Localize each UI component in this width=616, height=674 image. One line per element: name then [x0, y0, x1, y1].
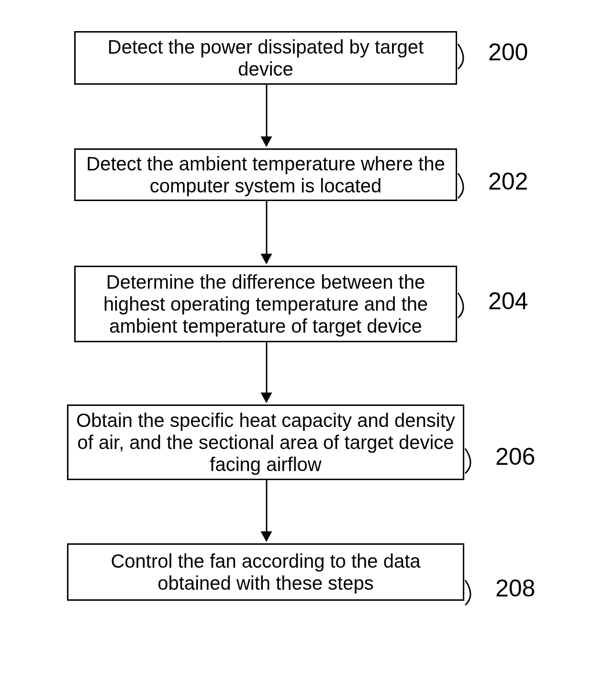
step-text: Obtain the specific heat capacity and de…	[72, 409, 459, 475]
step-label: 206	[495, 443, 535, 471]
step-label: 200	[488, 38, 528, 66]
connector-curve	[457, 292, 486, 321]
arrow	[266, 85, 267, 146]
step-text: Determine the difference between the hig…	[79, 271, 452, 337]
step-box-206: Obtain the specific heat capacity and de…	[67, 404, 464, 480]
step-box-204: Determine the difference between the hig…	[74, 266, 457, 342]
step-box-202: Detect the ambient temperature where the…	[74, 148, 457, 201]
step-box-200: Detect the power dissipated by target de…	[74, 31, 457, 85]
connector-curve	[464, 579, 493, 608]
connector-curve	[457, 172, 486, 201]
step-label: 208	[495, 574, 535, 602]
step-text: Detect the power dissipated by target de…	[79, 36, 452, 80]
step-text: Control the fan according to the data ob…	[72, 550, 459, 594]
step-label: 204	[488, 287, 528, 315]
step-label: 202	[488, 168, 528, 195]
flowchart: Detect the power dissipated by target de…	[0, 0, 616, 674]
connector-curve	[457, 43, 486, 72]
connector-curve	[464, 448, 493, 476]
arrow	[266, 342, 267, 402]
arrow	[266, 480, 267, 541]
step-box-208: Control the fan according to the data ob…	[67, 543, 464, 601]
arrow	[266, 201, 267, 263]
step-text: Detect the ambient temperature where the…	[79, 153, 452, 197]
